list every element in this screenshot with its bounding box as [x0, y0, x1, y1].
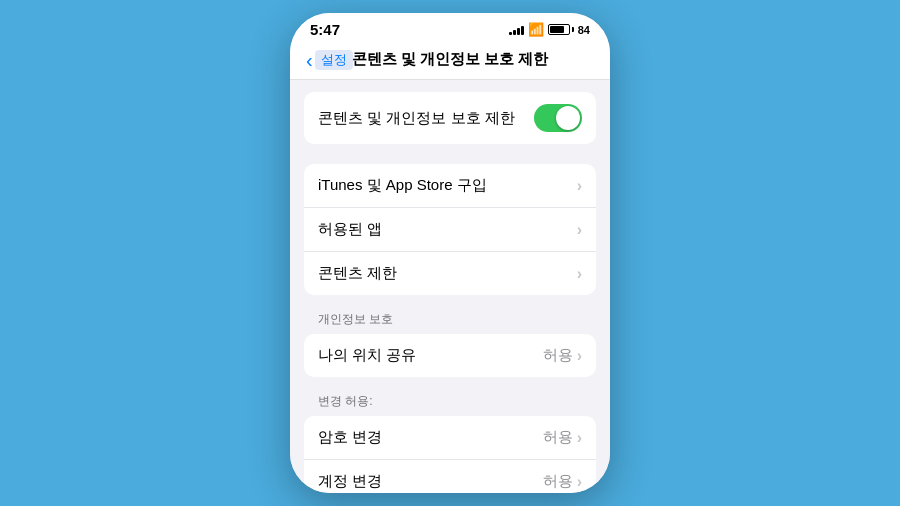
content-area: 콘텐츠 및 개인정보 보호 제한 iTunes 및 App Store 구입 ›…	[290, 80, 610, 493]
battery-icon	[548, 24, 574, 35]
signal-bar-2	[513, 30, 516, 35]
passcode-change-row[interactable]: 암호 변경 허용 ›	[304, 416, 596, 460]
location-sharing-chevron-icon: ›	[577, 347, 582, 365]
back-arrow-icon: ‹	[306, 50, 313, 70]
privacy-card: 나의 위치 공유 허용 ›	[304, 334, 596, 377]
account-change-right: 허용 ›	[543, 472, 582, 491]
location-sharing-right: 허용 ›	[543, 346, 582, 365]
passcode-change-label: 암호 변경	[318, 428, 382, 447]
content-restriction-right: ›	[577, 265, 582, 283]
location-sharing-label: 나의 위치 공유	[318, 346, 416, 365]
main-toggle-card: 콘텐츠 및 개인정보 보호 제한	[304, 92, 596, 144]
status-bar: 5:47 📶 84	[290, 13, 610, 42]
nav-bar: ‹ 설정 콘텐츠 및 개인정보 보호 제한	[290, 42, 610, 80]
itunes-appstore-chevron-icon: ›	[577, 177, 582, 195]
account-change-value: 허용	[543, 472, 573, 491]
signal-bar-3	[517, 28, 520, 35]
passcode-change-chevron-icon: ›	[577, 429, 582, 447]
itunes-appstore-label: iTunes 및 App Store 구입	[318, 176, 487, 195]
spacer-1	[290, 156, 610, 164]
toggle-knob	[556, 106, 580, 130]
signal-bar-1	[509, 32, 512, 35]
allowed-apps-right: ›	[577, 221, 582, 239]
changes-card: 암호 변경 허용 › 계정 변경 허용 ›	[304, 416, 596, 493]
passcode-change-value: 허용	[543, 428, 573, 447]
signal-bars-icon	[509, 24, 524, 35]
status-time: 5:47	[310, 21, 340, 38]
phone-frame: 5:47 📶 84 ‹ 설정 콘텐츠	[290, 13, 610, 493]
allowed-apps-label: 허용된 앱	[318, 220, 382, 239]
back-label: 설정	[315, 50, 353, 70]
privacy-section: 개인정보 보호 나의 위치 공유 허용 ›	[290, 307, 610, 377]
passcode-change-right: 허용 ›	[543, 428, 582, 447]
purchases-card: iTunes 및 App Store 구입 › 허용된 앱 › 콘텐츠 제한 ›	[304, 164, 596, 295]
page-title: 콘텐츠 및 개인정보 보호 제한	[352, 50, 549, 69]
content-restriction-row[interactable]: 콘텐츠 제한 ›	[304, 252, 596, 295]
changes-section-header: 변경 허용:	[290, 389, 610, 416]
battery-tip	[572, 27, 574, 32]
battery-percent: 84	[578, 24, 590, 36]
back-button[interactable]: ‹ 설정	[306, 50, 353, 70]
location-sharing-row[interactable]: 나의 위치 공유 허용 ›	[304, 334, 596, 377]
wifi-icon: 📶	[528, 22, 544, 37]
main-toggle-label: 콘텐츠 및 개인정보 보호 제한	[318, 109, 515, 128]
changes-section: 변경 허용: 암호 변경 허용 › 계정 변경 허용 ›	[290, 389, 610, 493]
account-change-row[interactable]: 계정 변경 허용 ›	[304, 460, 596, 493]
status-icons: 📶 84	[509, 22, 590, 37]
content-restriction-label: 콘텐츠 제한	[318, 264, 397, 283]
account-change-chevron-icon: ›	[577, 473, 582, 491]
content-restriction-toggle[interactable]	[534, 104, 582, 132]
battery-body	[548, 24, 570, 35]
content-restriction-chevron-icon: ›	[577, 265, 582, 283]
battery-fill	[550, 26, 564, 33]
signal-bar-4	[521, 26, 524, 35]
account-change-label: 계정 변경	[318, 472, 382, 491]
allowed-apps-row[interactable]: 허용된 앱 ›	[304, 208, 596, 252]
allowed-apps-chevron-icon: ›	[577, 221, 582, 239]
itunes-appstore-right: ›	[577, 177, 582, 195]
itunes-appstore-row[interactable]: iTunes 및 App Store 구입 ›	[304, 164, 596, 208]
privacy-section-header: 개인정보 보호	[290, 307, 610, 334]
main-toggle-row[interactable]: 콘텐츠 및 개인정보 보호 제한	[304, 92, 596, 144]
location-sharing-value: 허용	[543, 346, 573, 365]
